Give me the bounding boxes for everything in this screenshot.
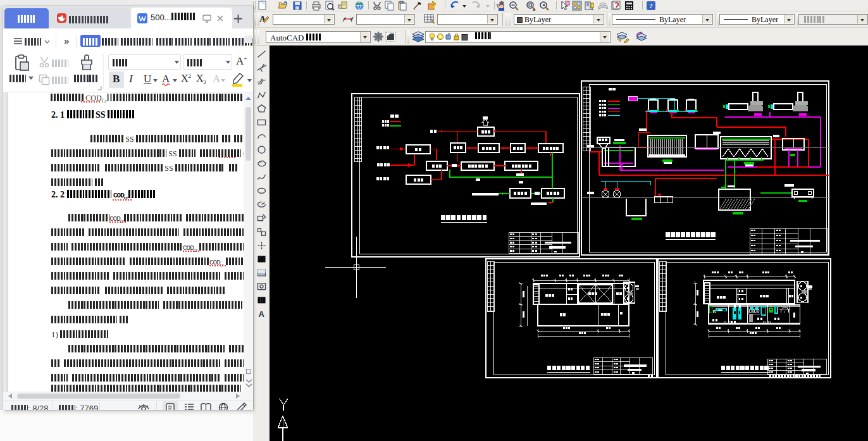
- svg-text:?: ?: [649, 2, 653, 9]
- svg-text:A: A: [259, 309, 265, 319]
